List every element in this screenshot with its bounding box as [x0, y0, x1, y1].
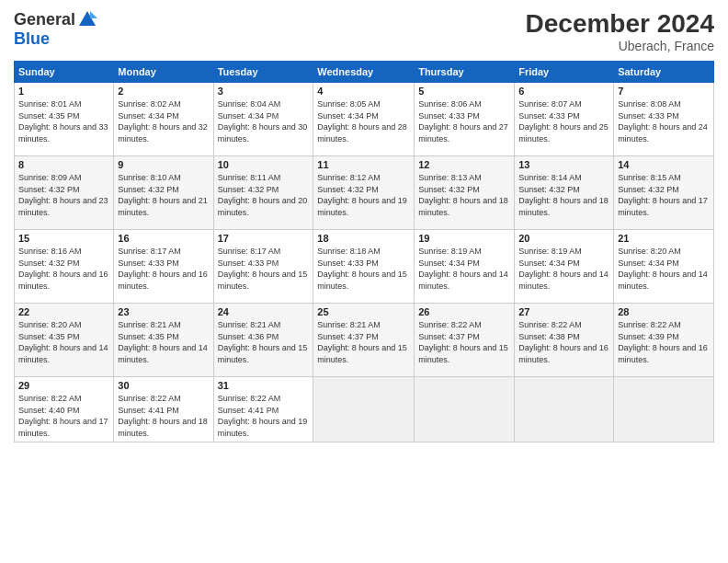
col-sunday: Sunday	[15, 62, 114, 83]
day-number: 24	[218, 306, 310, 317]
day-info: Sunrise: 8:22 AMSunset: 4:41 PMDaylight:…	[118, 394, 208, 438]
calendar-cell	[313, 377, 415, 442]
calendar-cell: 1 Sunrise: 8:01 AMSunset: 4:35 PMDayligh…	[15, 83, 114, 156]
calendar-cell: 5 Sunrise: 8:06 AMSunset: 4:33 PMDayligh…	[415, 83, 515, 156]
day-info: Sunrise: 8:22 AMSunset: 4:39 PMDaylight:…	[618, 320, 708, 364]
calendar-cell: 25 Sunrise: 8:21 AMSunset: 4:37 PMDaylig…	[313, 304, 415, 377]
month-title: December 2024	[526, 9, 714, 39]
calendar-cell: 27 Sunrise: 8:22 AMSunset: 4:38 PMDaylig…	[515, 304, 614, 377]
calendar-cell: 30 Sunrise: 8:22 AMSunset: 4:41 PMDaylig…	[114, 377, 213, 442]
day-info: Sunrise: 8:20 AMSunset: 4:34 PMDaylight:…	[618, 247, 708, 291]
day-number: 18	[317, 233, 410, 244]
calendar-cell: 2 Sunrise: 8:02 AMSunset: 4:34 PMDayligh…	[114, 83, 213, 156]
calendar-cell	[415, 377, 515, 442]
calendar-cell: 22 Sunrise: 8:20 AMSunset: 4:35 PMDaylig…	[15, 304, 114, 377]
logo: General Blue	[14, 9, 97, 49]
calendar-cell: 6 Sunrise: 8:07 AMSunset: 4:33 PMDayligh…	[515, 83, 614, 156]
day-info: Sunrise: 8:07 AMSunset: 4:33 PMDaylight:…	[518, 99, 609, 144]
day-info: Sunrise: 8:15 AMSunset: 4:32 PMDaylight:…	[618, 173, 708, 217]
day-info: Sunrise: 8:04 AMSunset: 4:34 PMDaylight:…	[218, 99, 308, 144]
day-number: 7	[618, 86, 710, 97]
calendar-cell: 14 Sunrise: 8:15 AMSunset: 4:32 PMDaylig…	[614, 156, 714, 230]
col-saturday: Saturday	[614, 62, 714, 83]
day-info: Sunrise: 8:22 AMSunset: 4:38 PMDaylight:…	[518, 320, 609, 364]
day-number: 14	[618, 159, 710, 170]
day-info: Sunrise: 8:20 AMSunset: 4:35 PMDaylight:…	[18, 320, 108, 364]
day-info: Sunrise: 8:09 AMSunset: 4:32 PMDaylight:…	[18, 173, 108, 217]
day-number: 28	[618, 306, 710, 317]
calendar-cell: 11 Sunrise: 8:12 AMSunset: 4:32 PMDaylig…	[313, 156, 415, 230]
day-number: 6	[518, 86, 609, 97]
day-info: Sunrise: 8:22 AMSunset: 4:41 PMDaylight:…	[218, 394, 308, 438]
day-info: Sunrise: 8:13 AMSunset: 4:32 PMDaylight:…	[418, 173, 508, 217]
col-thursday: Thursday	[415, 62, 515, 83]
day-info: Sunrise: 8:14 AMSunset: 4:32 PMDaylight:…	[518, 173, 609, 217]
day-number: 29	[18, 380, 109, 391]
day-number: 11	[317, 159, 410, 170]
day-info: Sunrise: 8:22 AMSunset: 4:40 PMDaylight:…	[18, 394, 108, 438]
day-number: 5	[418, 86, 510, 97]
day-info: Sunrise: 8:05 AMSunset: 4:34 PMDaylight:…	[317, 99, 407, 144]
day-number: 26	[418, 306, 510, 317]
col-wednesday: Wednesday	[313, 62, 415, 83]
calendar-cell: 21 Sunrise: 8:20 AMSunset: 4:34 PMDaylig…	[614, 230, 714, 304]
header: General Blue December 2024 Uberach, Fran…	[14, 9, 714, 53]
day-number: 25	[317, 306, 410, 317]
day-number: 30	[118, 380, 209, 391]
day-info: Sunrise: 8:08 AMSunset: 4:33 PMDaylight:…	[618, 99, 708, 144]
calendar-cell: 13 Sunrise: 8:14 AMSunset: 4:32 PMDaylig…	[515, 156, 614, 230]
calendar-cell	[614, 377, 714, 442]
calendar-cell: 3 Sunrise: 8:04 AMSunset: 4:34 PMDayligh…	[213, 83, 313, 156]
day-info: Sunrise: 8:19 AMSunset: 4:34 PMDaylight:…	[518, 247, 609, 291]
calendar-cell: 16 Sunrise: 8:17 AMSunset: 4:33 PMDaylig…	[114, 230, 213, 304]
day-info: Sunrise: 8:17 AMSunset: 4:33 PMDaylight:…	[218, 247, 308, 291]
calendar-cell: 29 Sunrise: 8:22 AMSunset: 4:40 PMDaylig…	[15, 377, 114, 442]
calendar-header-row: Sunday Monday Tuesday Wednesday Thursday…	[15, 62, 714, 83]
day-number: 9	[118, 159, 209, 170]
day-number: 17	[218, 233, 310, 244]
calendar-cell	[515, 377, 614, 442]
calendar-cell: 15 Sunrise: 8:16 AMSunset: 4:32 PMDaylig…	[15, 230, 114, 304]
calendar-cell: 12 Sunrise: 8:13 AMSunset: 4:32 PMDaylig…	[415, 156, 515, 230]
day-number: 22	[18, 306, 109, 317]
calendar-cell: 20 Sunrise: 8:19 AMSunset: 4:34 PMDaylig…	[515, 230, 614, 304]
day-info: Sunrise: 8:17 AMSunset: 4:33 PMDaylight:…	[118, 247, 208, 291]
calendar-cell: 10 Sunrise: 8:11 AMSunset: 4:32 PMDaylig…	[213, 156, 313, 230]
logo-general-text: General	[14, 10, 75, 29]
day-number: 2	[118, 86, 209, 97]
day-number: 23	[118, 306, 209, 317]
col-tuesday: Tuesday	[213, 62, 313, 83]
day-info: Sunrise: 8:16 AMSunset: 4:32 PMDaylight:…	[18, 247, 108, 291]
day-number: 19	[418, 233, 510, 244]
day-info: Sunrise: 8:18 AMSunset: 4:33 PMDaylight:…	[317, 247, 407, 291]
title-section: December 2024 Uberach, France	[526, 9, 714, 53]
calendar-cell: 31 Sunrise: 8:22 AMSunset: 4:41 PMDaylig…	[213, 377, 313, 442]
calendar-cell: 8 Sunrise: 8:09 AMSunset: 4:32 PMDayligh…	[15, 156, 114, 230]
calendar-cell: 24 Sunrise: 8:21 AMSunset: 4:36 PMDaylig…	[213, 304, 313, 377]
day-info: Sunrise: 8:21 AMSunset: 4:36 PMDaylight:…	[218, 320, 308, 364]
day-number: 20	[518, 233, 609, 244]
day-info: Sunrise: 8:19 AMSunset: 4:34 PMDaylight:…	[418, 247, 508, 291]
day-number: 12	[418, 159, 510, 170]
day-number: 21	[618, 233, 710, 244]
day-number: 27	[518, 306, 609, 317]
day-info: Sunrise: 8:11 AMSunset: 4:32 PMDaylight:…	[218, 173, 308, 217]
page-container: General Blue December 2024 Uberach, Fran…	[0, 0, 728, 563]
svg-marker-1	[90, 11, 97, 18]
col-friday: Friday	[515, 62, 614, 83]
logo-blue-text: Blue	[14, 29, 50, 49]
calendar-cell: 26 Sunrise: 8:22 AMSunset: 4:37 PMDaylig…	[415, 304, 515, 377]
calendar-cell: 9 Sunrise: 8:10 AMSunset: 4:32 PMDayligh…	[114, 156, 213, 230]
calendar-cell: 28 Sunrise: 8:22 AMSunset: 4:39 PMDaylig…	[614, 304, 714, 377]
day-info: Sunrise: 8:01 AMSunset: 4:35 PMDaylight:…	[18, 99, 108, 144]
day-info: Sunrise: 8:21 AMSunset: 4:35 PMDaylight:…	[118, 320, 208, 364]
day-info: Sunrise: 8:10 AMSunset: 4:32 PMDaylight:…	[118, 173, 208, 217]
day-info: Sunrise: 8:12 AMSunset: 4:32 PMDaylight:…	[317, 173, 407, 217]
day-info: Sunrise: 8:22 AMSunset: 4:37 PMDaylight:…	[418, 320, 508, 364]
calendar-cell: 18 Sunrise: 8:18 AMSunset: 4:33 PMDaylig…	[313, 230, 415, 304]
logo-icon	[77, 9, 97, 29]
calendar-cell: 23 Sunrise: 8:21 AMSunset: 4:35 PMDaylig…	[114, 304, 213, 377]
day-number: 4	[317, 86, 410, 97]
day-number: 15	[18, 233, 109, 244]
day-number: 16	[118, 233, 209, 244]
